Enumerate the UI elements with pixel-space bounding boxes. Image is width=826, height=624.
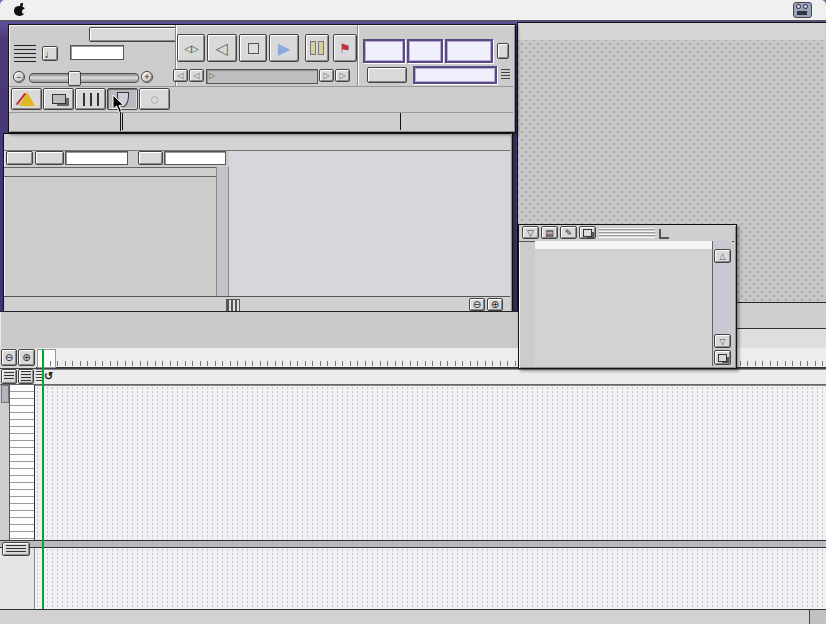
icon-base	[797, 11, 807, 15]
drag-ridges[interactable]	[599, 228, 655, 238]
marker-layers-button[interactable]	[579, 226, 596, 239]
notation-view-button[interactable]	[18, 369, 34, 384]
tracks-title-bar[interactable]	[4, 134, 510, 151]
cursor-tail-line	[120, 112, 121, 131]
marker-vscrollbar[interactable]: △ ▽	[712, 241, 732, 366]
marker-title-bar[interactable]: ▽ ▤ ✎	[519, 225, 734, 242]
list-grid-gap	[216, 167, 229, 297]
resize-icon	[718, 354, 727, 362]
end-field[interactable]	[164, 151, 226, 165]
tracks-window: ⊖ ⊕	[3, 133, 513, 313]
pitch-bend-lane[interactable]	[35, 548, 826, 609]
apple-menu[interactable]	[14, 4, 25, 17]
menu-bar	[0, 0, 826, 21]
edit-button[interactable]	[6, 151, 33, 165]
icon-eye	[803, 4, 808, 9]
event-strip[interactable]: ↺	[36, 369, 826, 384]
grid-zoom-in-button[interactable]: ⊕	[487, 298, 503, 311]
piano-keyboard[interactable]	[10, 385, 35, 540]
window-resize-button[interactable]	[714, 350, 731, 365]
playhead[interactable]	[42, 349, 44, 609]
status-divider	[400, 113, 401, 130]
marker-menu-button[interactable]: ▽	[522, 226, 539, 239]
staff-view-button[interactable]	[1, 369, 17, 384]
step-icon	[659, 229, 669, 239]
apple-bite	[22, 9, 27, 14]
marker-tabs-column	[519, 241, 535, 366]
status-bar	[9, 112, 513, 131]
marker-edit-button[interactable]: ✎	[560, 226, 577, 239]
marker-list	[535, 249, 712, 366]
mouse-cursor	[112, 95, 126, 115]
resize-corner[interactable]	[810, 610, 826, 624]
editor-vscrollbar[interactable]	[0, 385, 10, 540]
grid-zoom-out-button[interactable]: ⊖	[469, 298, 485, 311]
editor-hscrollbar[interactable]	[0, 609, 826, 624]
start-button[interactable]	[35, 151, 64, 165]
grip-icon[interactable]	[226, 299, 240, 312]
screen: ⊖ ⊕ ↺	[0, 0, 826, 624]
marker-list-button[interactable]: ▤	[541, 226, 558, 239]
transport-window: ♩ − + ◁▷ ◁ ▶ ⚑ ◁ ◁ ▷ ▷ ▷	[8, 24, 516, 133]
staff-icon	[4, 372, 14, 381]
staff-icon	[21, 371, 31, 382]
note-grid[interactable]	[35, 385, 826, 540]
loop-hand-icon: ↺	[44, 370, 53, 383]
app-switcher-icon[interactable]	[793, 2, 812, 18]
layers-icon	[583, 229, 592, 237]
vscroll-thumb[interactable]	[1, 385, 9, 403]
icon-eye	[796, 4, 801, 9]
lines-icon	[6, 545, 26, 554]
sequence-grid[interactable]	[229, 151, 510, 298]
apple-leaf	[20, 3, 23, 7]
start-field[interactable]	[65, 151, 128, 165]
scroll-up-button[interactable]: △	[714, 249, 731, 263]
marker-window: ▽ ▤ ✎ △ ▽	[518, 224, 737, 369]
track-list	[4, 175, 216, 284]
status-divider	[122, 113, 123, 130]
tracks-hscrollbar[interactable]: ⊖ ⊕	[4, 296, 510, 312]
scroll-down-button[interactable]: ▽	[714, 334, 731, 348]
zoom-in-button[interactable]: ⊕	[18, 349, 35, 366]
toolbar-right-group	[9, 25, 513, 112]
zoom-out-button[interactable]: ⊖	[1, 349, 17, 366]
lane-selector-button[interactable]	[2, 542, 30, 556]
end-button[interactable]	[138, 151, 163, 165]
console-title-bar[interactable]	[518, 23, 825, 41]
